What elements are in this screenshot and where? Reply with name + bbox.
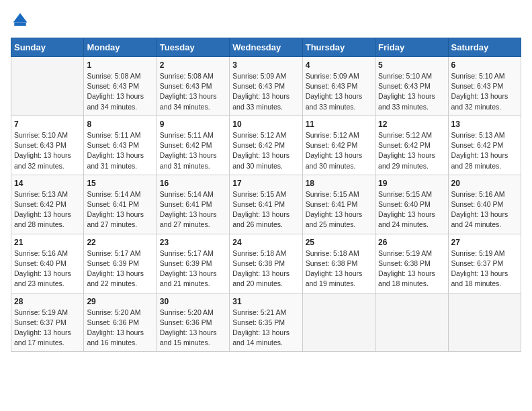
week-row-2: 7Sunrise: 5:10 AM Sunset: 6:43 PM Daylig… [11,116,521,175]
day-cell [375,293,448,352]
day-header-monday: Monday [84,38,157,57]
day-info: Sunrise: 5:12 AM Sunset: 6:42 PM Dayligh… [306,130,372,171]
day-cell: 24Sunrise: 5:18 AM Sunset: 6:38 PM Dayli… [230,234,302,293]
week-row-4: 21Sunrise: 5:16 AM Sunset: 6:40 PM Dayli… [11,234,521,293]
day-cell: 25Sunrise: 5:18 AM Sunset: 6:38 PM Dayli… [302,234,375,293]
day-cell: 21Sunrise: 5:16 AM Sunset: 6:40 PM Dayli… [11,234,84,293]
day-number: 2 [160,60,226,70]
day-number: 18 [306,179,372,188]
day-info: Sunrise: 5:12 AM Sunset: 6:42 PM Dayligh… [378,130,445,171]
day-info: Sunrise: 5:10 AM Sunset: 6:43 PM Dayligh… [14,130,81,171]
day-number: 5 [378,60,445,70]
day-cell: 3Sunrise: 5:09 AM Sunset: 6:43 PM Daylig… [230,57,302,116]
day-number: 30 [160,297,226,306]
day-number: 9 [160,120,226,129]
day-cell: 7Sunrise: 5:10 AM Sunset: 6:43 PM Daylig… [11,116,84,175]
day-number: 23 [160,238,226,247]
day-info: Sunrise: 5:18 AM Sunset: 6:38 PM Dayligh… [232,248,299,289]
header-row: SundayMondayTuesdayWednesdayThursdayFrid… [11,38,521,57]
day-cell: 27Sunrise: 5:19 AM Sunset: 6:37 PM Dayli… [448,234,521,293]
day-number: 11 [306,120,372,129]
week-row-3: 14Sunrise: 5:13 AM Sunset: 6:42 PM Dayli… [11,175,521,234]
day-info: Sunrise: 5:16 AM Sunset: 6:40 PM Dayligh… [451,189,518,230]
logo [11,11,32,30]
day-info: Sunrise: 5:08 AM Sunset: 6:43 PM Dayligh… [87,71,153,112]
day-number: 13 [451,120,518,129]
day-number: 12 [378,120,445,129]
day-info: Sunrise: 5:09 AM Sunset: 6:43 PM Dayligh… [306,71,372,112]
header [11,11,521,30]
day-cell [302,293,375,352]
day-number: 31 [232,297,299,306]
day-cell: 31Sunrise: 5:21 AM Sunset: 6:35 PM Dayli… [230,293,302,352]
day-cell: 2Sunrise: 5:08 AM Sunset: 6:43 PM Daylig… [157,57,229,116]
day-number: 8 [87,120,153,129]
day-info: Sunrise: 5:14 AM Sunset: 6:41 PM Dayligh… [160,189,226,230]
day-cell: 6Sunrise: 5:10 AM Sunset: 6:43 PM Daylig… [448,57,521,116]
day-info: Sunrise: 5:20 AM Sunset: 6:36 PM Dayligh… [87,308,153,349]
day-info: Sunrise: 5:10 AM Sunset: 6:43 PM Dayligh… [451,71,518,112]
day-number: 17 [232,179,299,188]
day-cell: 29Sunrise: 5:20 AM Sunset: 6:36 PM Dayli… [84,293,157,352]
day-number: 19 [378,179,445,188]
day-info: Sunrise: 5:18 AM Sunset: 6:38 PM Dayligh… [306,248,372,289]
day-cell: 8Sunrise: 5:11 AM Sunset: 6:43 PM Daylig… [84,116,157,175]
day-number: 27 [451,238,518,247]
calendar-table: SundayMondayTuesdayWednesdayThursdayFrid… [11,38,521,352]
week-row-1: 1Sunrise: 5:08 AM Sunset: 6:43 PM Daylig… [11,57,521,116]
day-number: 29 [87,297,153,306]
day-cell: 20Sunrise: 5:16 AM Sunset: 6:40 PM Dayli… [448,175,521,234]
day-cell: 30Sunrise: 5:20 AM Sunset: 6:36 PM Dayli… [157,293,229,352]
day-info: Sunrise: 5:19 AM Sunset: 6:37 PM Dayligh… [451,248,518,289]
day-info: Sunrise: 5:20 AM Sunset: 6:36 PM Dayligh… [160,308,226,349]
day-cell: 15Sunrise: 5:14 AM Sunset: 6:41 PM Dayli… [84,175,157,234]
day-number: 28 [14,297,81,306]
day-cell: 4Sunrise: 5:09 AM Sunset: 6:43 PM Daylig… [302,57,375,116]
day-number: 20 [451,179,518,188]
day-cell: 22Sunrise: 5:17 AM Sunset: 6:39 PM Dayli… [84,234,157,293]
day-header-thursday: Thursday [302,38,375,57]
day-number: 24 [232,238,299,247]
day-number: 15 [87,179,153,188]
day-number: 16 [160,179,226,188]
day-info: Sunrise: 5:13 AM Sunset: 6:42 PM Dayligh… [451,130,518,171]
day-cell [11,57,84,116]
day-number: 14 [14,179,81,188]
day-number: 25 [306,238,372,247]
day-info: Sunrise: 5:12 AM Sunset: 6:42 PM Dayligh… [232,130,299,171]
day-number: 10 [232,120,299,129]
day-info: Sunrise: 5:11 AM Sunset: 6:42 PM Dayligh… [160,130,226,171]
day-info: Sunrise: 5:17 AM Sunset: 6:39 PM Dayligh… [160,248,226,289]
day-header-friday: Friday [375,38,448,57]
day-cell: 19Sunrise: 5:15 AM Sunset: 6:40 PM Dayli… [375,175,448,234]
day-info: Sunrise: 5:19 AM Sunset: 6:38 PM Dayligh… [378,248,445,289]
day-info: Sunrise: 5:15 AM Sunset: 6:41 PM Dayligh… [232,189,299,230]
day-info: Sunrise: 5:13 AM Sunset: 6:42 PM Dayligh… [14,189,81,230]
day-cell: 14Sunrise: 5:13 AM Sunset: 6:42 PM Dayli… [11,175,84,234]
day-cell: 18Sunrise: 5:15 AM Sunset: 6:41 PM Dayli… [302,175,375,234]
day-cell: 23Sunrise: 5:17 AM Sunset: 6:39 PM Dayli… [157,234,229,293]
day-cell: 10Sunrise: 5:12 AM Sunset: 6:42 PM Dayli… [230,116,302,175]
day-info: Sunrise: 5:14 AM Sunset: 6:41 PM Dayligh… [87,189,153,230]
day-header-tuesday: Tuesday [157,38,229,57]
day-number: 3 [232,60,299,70]
day-cell: 13Sunrise: 5:13 AM Sunset: 6:42 PM Dayli… [448,116,521,175]
day-header-sunday: Sunday [11,38,84,57]
day-cell: 16Sunrise: 5:14 AM Sunset: 6:41 PM Dayli… [157,175,229,234]
svg-rect-1 [14,23,26,26]
day-info: Sunrise: 5:09 AM Sunset: 6:43 PM Dayligh… [232,71,299,112]
day-info: Sunrise: 5:15 AM Sunset: 6:41 PM Dayligh… [306,189,372,230]
day-info: Sunrise: 5:16 AM Sunset: 6:40 PM Dayligh… [14,248,81,289]
day-cell [448,293,521,352]
day-number: 26 [378,238,445,247]
logo-icon [11,11,30,30]
day-number: 21 [14,238,81,247]
day-number: 22 [87,238,153,247]
day-cell: 5Sunrise: 5:10 AM Sunset: 6:43 PM Daylig… [375,57,448,116]
day-number: 7 [14,120,81,129]
day-info: Sunrise: 5:11 AM Sunset: 6:43 PM Dayligh… [87,130,153,171]
day-info: Sunrise: 5:19 AM Sunset: 6:37 PM Dayligh… [14,308,81,349]
day-info: Sunrise: 5:10 AM Sunset: 6:43 PM Dayligh… [378,71,445,112]
day-number: 6 [451,60,518,70]
day-info: Sunrise: 5:15 AM Sunset: 6:40 PM Dayligh… [378,189,445,230]
